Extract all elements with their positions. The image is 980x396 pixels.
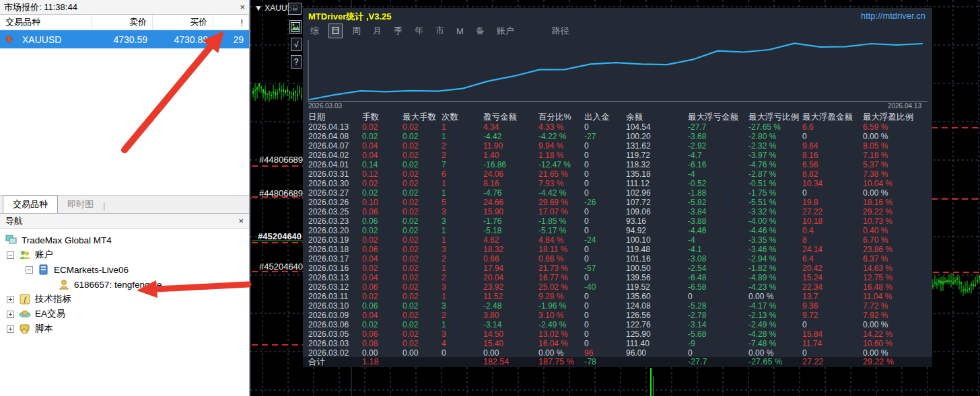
server-icon (38, 264, 50, 275)
close-icon[interactable]: × (238, 216, 244, 226)
cell-value: 1 (436, 226, 478, 235)
cell-value: -57 (579, 264, 621, 273)
panel-minimize-button[interactable]: − (288, 3, 302, 15)
cell-value: -3.35 % (743, 235, 797, 245)
panel-image-button[interactable] (289, 20, 302, 34)
cell-value: 10.34 (797, 179, 858, 188)
cell-date: 2026.03.03 (303, 339, 357, 348)
cell-value: 24.06 (478, 169, 533, 179)
tree-item-indicators[interactable]: + f 技术指标 (0, 292, 249, 307)
column-header-10: 最大浮盈金额 (797, 112, 858, 123)
cell-value: 0.02 (397, 311, 436, 320)
expand-icon[interactable]: + (7, 311, 14, 318)
cell-value: 6.70 % (858, 235, 932, 245)
toolbar-button-7[interactable]: M (454, 26, 466, 37)
cell-value: -2.54 (682, 264, 743, 273)
cell-date: 2026.03.05 (303, 329, 357, 339)
table-row: 2026.03.020.000.0000.000.00 %9696.0000.0… (303, 348, 932, 358)
column-spread[interactable]: ! (213, 15, 249, 30)
cell-value: 101.16 (621, 254, 682, 264)
tree-item-server[interactable]: − ECMarkets-Live06 (0, 262, 249, 277)
cell-value: 0.04 (357, 254, 397, 264)
cell-value: 0 (436, 348, 478, 358)
table-row: 2026.03.050.060.02314.5013.02 %0125.90-5… (303, 329, 932, 339)
panel-url-link[interactable]: http://mtdriver.cn (861, 11, 925, 21)
cell-value: 6.4 (797, 254, 858, 264)
toolbar-button-0[interactable]: 综 (308, 24, 321, 38)
tree-item-scripts[interactable]: + 脚本 (0, 321, 249, 336)
cell-value: 0.02 (397, 292, 436, 301)
expand-icon[interactable]: + (7, 325, 14, 333)
tab-symbols[interactable]: 交易品种 (3, 195, 58, 213)
toolbar-button-10[interactable]: 路径 (550, 24, 571, 38)
cell-value: 0.04 (357, 273, 397, 282)
tree-item-platform[interactable]: TradeMax Global MT4 (0, 233, 249, 247)
cell-value: 0.00 % (858, 348, 932, 358)
cell-value: 0 (579, 292, 621, 301)
image-icon (291, 22, 300, 32)
cell-value: 13.02 % (533, 329, 579, 339)
navigator-title: 导航 (5, 215, 23, 227)
cell-value: 15.24 (797, 273, 858, 282)
toolbar-button-5[interactable]: 年 (413, 24, 425, 38)
cell-value: -5.51 % (743, 198, 797, 207)
cell-value: 0.02 (357, 235, 397, 245)
tree-item-accounts[interactable]: − 账户 (0, 247, 249, 262)
cell-date: 2026.03.30 (303, 179, 357, 188)
close-icon[interactable]: × (240, 2, 245, 12)
collapse-icon[interactable]: − (7, 251, 14, 259)
toolbar-button-4[interactable]: 季 (392, 24, 405, 38)
cell-value: -6.16 (682, 160, 743, 169)
panel-help-button[interactable]: ? (291, 55, 302, 69)
cell-value: 11.74 (797, 339, 858, 348)
cell-date: 2026.03.18 (303, 245, 357, 254)
cell-value: 0.04 (357, 141, 397, 151)
toolbar-button-2[interactable]: 周 (350, 24, 363, 38)
cell-value: 7 (436, 160, 478, 169)
cell-value: 0.02 (397, 329, 436, 339)
cell-value: 0 (579, 207, 621, 216)
cell-value: 14.22 % (858, 329, 932, 339)
column-ask[interactable]: 买价 (153, 15, 213, 30)
order-ticket-label: #45204640 (258, 231, 302, 241)
cell-value: 0.02 (397, 320, 436, 329)
toolbar-button-9[interactable]: 账户 (495, 24, 516, 38)
table-row: 2026.03.110.020.02111.529.28 %0135.6000.… (303, 292, 932, 301)
cell-value: -5.28 (682, 301, 743, 311)
column-header-2: 最大手数 (397, 112, 436, 123)
cell-value: 23.92 (478, 282, 533, 292)
tree-item-account-number[interactable]: 6186657: tengfeng ke (0, 277, 249, 292)
cell-value: -9 (682, 339, 743, 348)
cell-value: 135.18 (621, 169, 682, 179)
equity-curve-chart (303, 38, 932, 102)
column-symbol[interactable]: 交易品种 (0, 15, 92, 30)
cell-value: 1 (436, 132, 478, 141)
cell-value: 4.33 % (533, 122, 579, 132)
collapse-icon[interactable]: − (26, 266, 33, 274)
toolbar-button-8[interactable]: 备 (474, 24, 487, 38)
platform-icon (5, 235, 18, 245)
cell-value: 8.05 % (858, 141, 932, 151)
toolbar-button-1[interactable]: 日 (329, 24, 342, 38)
cell-value: -4.42 % (533, 188, 579, 198)
cell-value: 15.84 (797, 329, 858, 339)
cell-value: 16.04 % (533, 339, 579, 348)
cell-value: -2.78 (682, 311, 743, 320)
market-watch-row-xauusd[interactable]: XAUUSD 4730.59 4730.88 29 (0, 30, 249, 48)
expand-icon[interactable]: + (7, 296, 14, 303)
table-row: 2026.03.190.020.0214.624.84 %-24100.10-4… (303, 235, 932, 245)
cell-value: -5.17 % (533, 226, 579, 235)
cell-value: 0.02 (397, 282, 436, 292)
toolbar-button-3[interactable]: 月 (371, 24, 384, 38)
tree-item-ea[interactable]: + EA交易 (0, 307, 249, 321)
cell-value: 11.90 (478, 141, 533, 151)
panel-check-button[interactable]: √ (291, 38, 302, 51)
column-bid[interactable]: 卖价 (92, 15, 153, 30)
market-watch-title: 市场报价: 11:38:44 (4, 1, 77, 13)
table-row: 2026.03.060.020.021-3.14-2.49 %0122.76-3… (303, 320, 932, 329)
cell-value: 0.04 (357, 151, 397, 160)
cell-value: -27 (579, 132, 621, 141)
toolbar-button-6[interactable]: 市 (433, 24, 446, 38)
cell-value: 0 (579, 216, 621, 226)
tab-tick-chart[interactable]: 即时图 (58, 196, 103, 213)
